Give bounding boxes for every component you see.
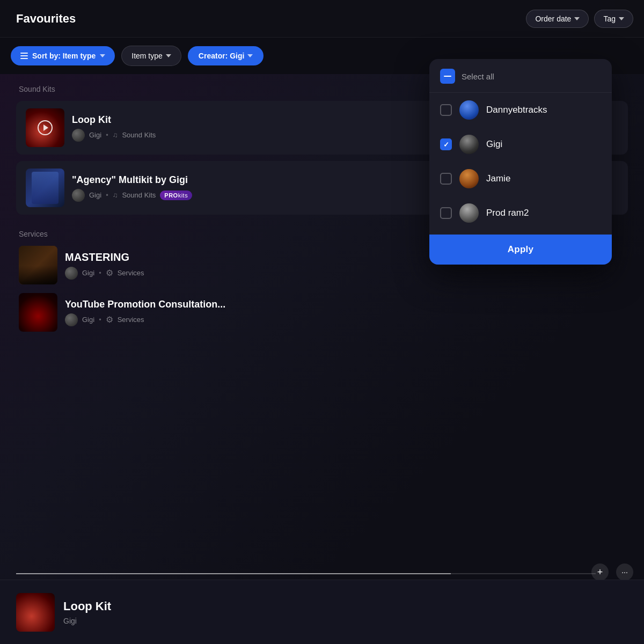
item-thumbnail: [19, 246, 57, 284]
item-info: YouTube Promotion Consultation... Gigi •…: [65, 299, 625, 326]
category-label: Services: [118, 316, 144, 324]
creator-name: Gigi: [89, 191, 101, 199]
item-thumbnail: [19, 293, 57, 332]
creator-name: Gigi: [82, 269, 94, 277]
order-date-label: Order date: [535, 14, 571, 23]
loop-thumb: [26, 108, 64, 147]
page-title: Favourites: [16, 12, 76, 26]
creator-option-dannyebtracks[interactable]: Dannyebtracks: [429, 93, 612, 127]
creator-filter-button[interactable]: Creator: Gigi: [188, 46, 264, 65]
page-wrapper: Favourites Order date Tag Sort by: Item …: [0, 0, 644, 644]
service-icon: ⚙: [106, 268, 113, 278]
item-type-label: Item type: [131, 52, 163, 60]
chevron-down-icon: [247, 54, 253, 57]
creator-name: Gigi: [63, 617, 77, 625]
sort-label: Sort by: Item type: [32, 52, 96, 60]
avatar: [72, 189, 85, 202]
creator-name: Gigi: [89, 131, 101, 139]
creator-name-label: Gigi: [486, 139, 502, 150]
more-button[interactable]: ···: [616, 564, 633, 581]
item-meta: Gigi • ⚙ Services: [65, 267, 625, 280]
dot-separator: •: [99, 269, 101, 277]
creator-filter-label: Creator: Gigi: [199, 52, 245, 60]
creator-dropdown: Select all Dannyebtracks ✓ Gigi Jamie Pr…: [429, 59, 612, 265]
agency-thumb: [26, 169, 64, 207]
bottom-item: Loop Kit Gigi: [0, 580, 644, 644]
creator-avatar: [459, 135, 479, 154]
chevron-down-icon: [619, 17, 624, 20]
chevron-down-icon: [100, 54, 105, 57]
bottom-info: Loop Kit Gigi: [63, 599, 111, 625]
item-title: Loop Kit: [63, 599, 111, 613]
creator-avatar: [459, 169, 479, 188]
order-date-button[interactable]: Order date: [526, 10, 589, 28]
avatar-image: [72, 189, 85, 202]
checkmark-icon: ✓: [443, 141, 449, 149]
prokits-badge: PROkits: [160, 191, 192, 200]
category-label: Sound Kits: [122, 191, 156, 199]
avatar: [72, 129, 85, 142]
item-title: YouTube Promotion Consultation...: [65, 299, 625, 310]
item-thumbnail: [26, 108, 64, 147]
play-button[interactable]: [38, 120, 53, 135]
creator-name-label: Jamie: [486, 173, 510, 184]
scroll-indicator: [16, 573, 451, 574]
chevron-down-icon: [166, 54, 171, 57]
avatar: [65, 313, 78, 326]
service-icon: ⚙: [106, 314, 113, 325]
action-buttons: + ···: [591, 564, 633, 581]
dot-separator: •: [106, 191, 108, 199]
scrollbar[interactable]: [16, 573, 596, 574]
item-type-button[interactable]: Item type: [121, 46, 181, 66]
play-icon: [43, 125, 48, 131]
dropdown-header: Select all: [429, 69, 612, 93]
minus-icon: [444, 76, 451, 77]
dot-separator: •: [99, 316, 101, 324]
checkbox-dannyebtracks[interactable]: [440, 104, 452, 116]
creator-name-label: Dannyebtracks: [486, 105, 547, 115]
tag-label: Tag: [603, 14, 616, 23]
item-thumbnail: [16, 593, 55, 632]
creator-name: Gigi: [82, 316, 94, 324]
avatar-image: [65, 267, 78, 280]
select-all-label: Select all: [462, 72, 494, 81]
tag-button[interactable]: Tag: [594, 10, 633, 28]
creator-option-gigi[interactable]: ✓ Gigi: [429, 127, 612, 162]
avatar-image: [72, 129, 85, 142]
header-bar: Favourites Order date Tag: [0, 0, 644, 38]
avatar: [65, 267, 78, 280]
list-item: YouTube Promotion Consultation... Gigi •…: [16, 293, 628, 332]
creator-name-label: Prod ram2: [486, 208, 529, 218]
sort-button[interactable]: Sort by: Item type: [11, 46, 115, 65]
waveform-icon: ♫: [113, 191, 118, 199]
apply-button[interactable]: Apply: [429, 235, 612, 265]
creator-avatar: [459, 100, 479, 120]
creator-option-jamie[interactable]: Jamie: [429, 162, 612, 196]
checkbox-prodram2[interactable]: [440, 207, 452, 219]
item-meta: Gigi: [63, 617, 111, 625]
dot-separator: •: [106, 131, 108, 139]
deselect-all-button[interactable]: [440, 69, 455, 84]
add-button[interactable]: +: [591, 564, 609, 581]
category-label: Sound Kits: [122, 131, 156, 139]
item-thumbnail: [26, 169, 64, 207]
avatar-image: [65, 313, 78, 326]
chevron-down-icon: [574, 17, 580, 20]
category-label: Services: [118, 269, 144, 277]
creator-avatar: [459, 203, 479, 223]
item-meta: Gigi • ⚙ Services: [65, 313, 625, 326]
hamburger-icon: [20, 53, 28, 59]
waveform-icon: ♫: [113, 131, 118, 139]
checkbox-jamie[interactable]: [440, 173, 452, 185]
checkbox-gigi[interactable]: ✓: [440, 138, 452, 150]
creator-option-prodram2[interactable]: Prod ram2: [429, 196, 612, 230]
